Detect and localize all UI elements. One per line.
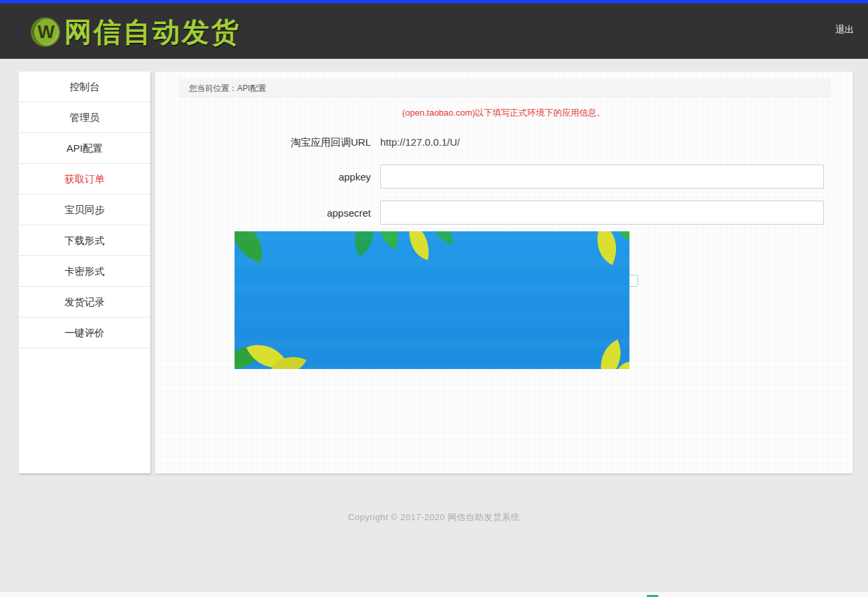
- notice-text: (open.taobao.com)以下填写正式环境下的应用信息。: [155, 107, 853, 119]
- sidebar-item-one-click-review[interactable]: 一键评价: [19, 318, 150, 348]
- appkey-input[interactable]: [380, 164, 824, 189]
- callback-url-value: http://127.0.0.1/U/: [380, 136, 460, 148]
- leaf-icon: [343, 231, 385, 257]
- appkey-label: appkey: [155, 171, 371, 183]
- leaf-icon: [431, 231, 454, 244]
- sidebar-item-get-orders[interactable]: 获取订单: [19, 164, 150, 195]
- main-panel: 您当前位置：API配置 (open.taobao.com)以下填写正式环境下的应…: [155, 72, 853, 473]
- leaf-icon: [372, 231, 406, 249]
- page: W 网信自动发货 退出 控制台 管理员 API配置 获取订单 宝贝同步 下载形式…: [0, 0, 868, 597]
- leaf-icon: [247, 335, 289, 369]
- leaf-icon: [615, 231, 629, 247]
- leaf-icon: [235, 337, 263, 369]
- leaf-icon: [271, 348, 306, 369]
- sidebar-item-download-mode[interactable]: 下载形式: [19, 225, 150, 256]
- appsecret-label: appsecret: [155, 207, 371, 219]
- sidebar-item-delivery-records[interactable]: 发货记录: [19, 287, 150, 318]
- leaf-icon: [587, 231, 626, 265]
- leaf-icon: [235, 231, 271, 263]
- banner-image: [235, 231, 629, 369]
- sidebar-menu: 控制台 管理员 API配置 获取订单 宝贝同步 下载形式 卡密形式 发货记录 一…: [19, 72, 150, 348]
- appsecret-input[interactable]: [380, 201, 824, 225]
- breadcrumb: 您当前位置：API配置: [178, 79, 831, 98]
- sidebar-item-item-sync[interactable]: 宝贝同步: [19, 195, 150, 225]
- sidebar: 控制台 管理员 API配置 获取订单 宝贝同步 下载形式 卡密形式 发货记录 一…: [19, 72, 150, 473]
- bottom-strip: [0, 591, 868, 597]
- leaf-icon: [617, 358, 629, 369]
- leaf-icon: [404, 231, 434, 260]
- sidebar-item-card-secret-mode[interactable]: 卡密形式: [19, 256, 150, 287]
- sidebar-item-console[interactable]: 控制台: [19, 72, 150, 102]
- sidebar-item-admin[interactable]: 管理员: [19, 102, 150, 133]
- leaf-icon: [591, 340, 629, 369]
- app-title: 网信自动发货: [64, 14, 241, 51]
- sidebar-item-api-config[interactable]: API配置: [19, 133, 150, 164]
- app-header: W 网信自动发货 退出: [0, 3, 868, 59]
- footer-copyright: Copyright © 2017-2020 网信自助发货系统: [0, 511, 868, 523]
- logout-button[interactable]: 退出: [835, 24, 854, 36]
- callback-url-label: 淘宝应用回调URL: [155, 136, 371, 149]
- app-logo: W 网信自动发货: [31, 17, 241, 47]
- logo-w-icon: W: [31, 17, 60, 47]
